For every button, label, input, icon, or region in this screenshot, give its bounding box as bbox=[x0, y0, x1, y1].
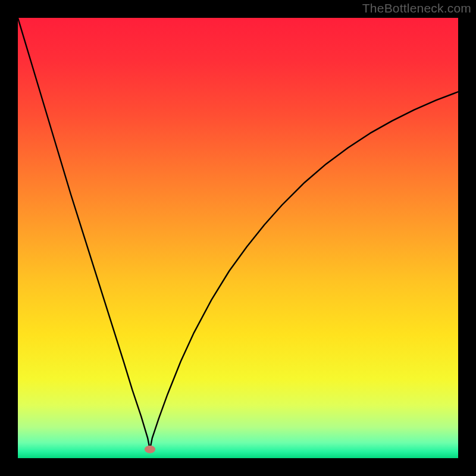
optimum-marker bbox=[145, 446, 155, 453]
watermark-label: TheBottleneck.com bbox=[362, 1, 471, 15]
chart-container: TheBottleneck.com bbox=[0, 0, 476, 476]
plot-area bbox=[18, 18, 458, 458]
bottleneck-chart bbox=[18, 18, 458, 458]
